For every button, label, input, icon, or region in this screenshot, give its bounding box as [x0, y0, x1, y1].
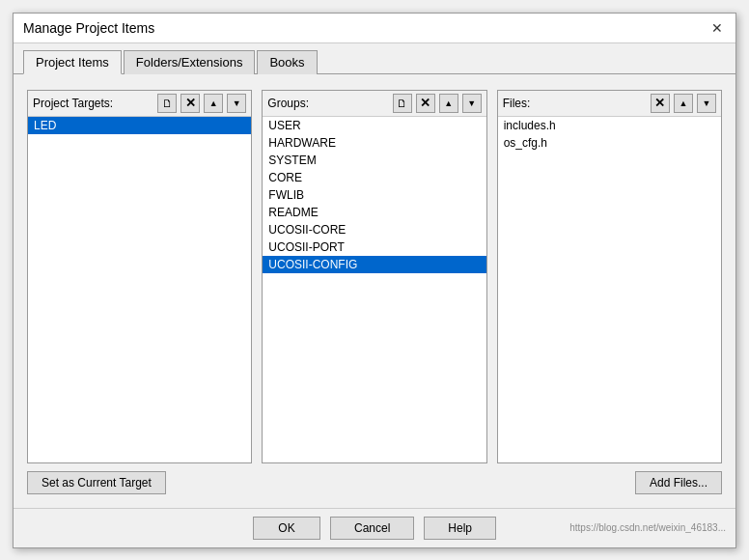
files-up-icon: ▲ [680, 98, 688, 108]
cancel-button[interactable]: Cancel [330, 517, 414, 540]
title-bar: Manage Project Items ✕ [14, 14, 735, 43]
bottom-buttons: Set as Current Target Add Files... [27, 463, 722, 498]
files-down-icon: ▼ [703, 98, 711, 108]
groups-panel: Groups: 🗋 ✕ ▲ ▼ USER HARD [262, 90, 486, 463]
project-targets-header: Project Targets: 🗋 ✕ ▲ ▼ [28, 91, 251, 117]
files-up-button[interactable]: ▲ [674, 94, 693, 113]
targets-delete-button[interactable]: ✕ [180, 94, 200, 113]
files-down-button[interactable]: ▼ [697, 94, 716, 113]
files-panel: Files: ✕ ▲ ▼ includes.h os_cfg.h [497, 90, 722, 463]
list-item[interactable]: CORE [263, 169, 485, 186]
set-current-target-button[interactable]: Set as Current Target [27, 471, 166, 494]
dialog-footer: OK Cancel https://blog.csdn.net/weixin_4… [14, 508, 735, 547]
targets-list: LED [28, 117, 251, 462]
list-item[interactable]: USER [263, 117, 485, 134]
groups-header: Groups: 🗋 ✕ ▲ ▼ [263, 91, 485, 117]
groups-delete-icon: ✕ [420, 96, 430, 110]
tab-project-items[interactable]: Project Items [23, 50, 122, 74]
targets-up-icon: ▲ [209, 98, 218, 108]
dialog-title: Manage Project Items [23, 20, 154, 36]
list-item[interactable]: README [263, 204, 485, 221]
groups-new-button[interactable]: 🗋 [393, 94, 412, 113]
project-targets-title: Project Targets: [33, 97, 153, 110]
groups-up-icon: ▲ [444, 98, 453, 108]
files-header: Files: ✕ ▲ ▼ [498, 91, 721, 117]
list-item[interactable]: includes.h [498, 117, 721, 134]
targets-down-icon: ▼ [233, 98, 241, 108]
list-item[interactable]: UCOSII-CONFIG [263, 256, 485, 273]
groups-list: USER HARDWARE SYSTEM CORE FWLIB README U… [263, 117, 485, 462]
groups-down-button[interactable]: ▼ [462, 94, 482, 113]
list-item[interactable]: UCOSII-CORE [263, 221, 485, 238]
targets-delete-icon: ✕ [185, 96, 196, 110]
targets-up-button[interactable]: ▲ [204, 94, 223, 113]
files-title: Files: [503, 97, 647, 110]
project-targets-panel: Project Targets: 🗋 ✕ ▲ ▼ LED [27, 90, 252, 463]
targets-new-button[interactable]: 🗋 [157, 94, 177, 113]
groups-title: Groups: [267, 97, 388, 110]
tabs-bar: Project Items Folders/Extensions Books [14, 43, 735, 74]
groups-new-icon: 🗋 [397, 98, 407, 109]
list-item[interactable]: os_cfg.h [498, 134, 721, 152]
panels-row: Project Targets: 🗋 ✕ ▲ ▼ LED [27, 90, 722, 463]
ok-button[interactable]: OK [253, 517, 320, 540]
list-item[interactable]: FWLIB [263, 186, 485, 204]
tab-books[interactable]: Books [257, 50, 317, 74]
manage-project-items-dialog: Manage Project Items ✕ Project Items Fol… [13, 13, 736, 548]
list-item[interactable]: HARDWARE [263, 134, 485, 152]
groups-up-button[interactable]: ▲ [439, 94, 458, 113]
list-item[interactable]: UCOSII-PORT [263, 238, 485, 256]
targets-down-button[interactable]: ▼ [227, 94, 246, 113]
dialog-content: Project Targets: 🗋 ✕ ▲ ▼ LED [14, 80, 735, 508]
tab-folders-extensions[interactable]: Folders/Extensions [124, 50, 256, 74]
close-button[interactable]: ✕ [708, 19, 726, 37]
groups-down-icon: ▼ [467, 98, 476, 108]
files-delete-icon: ✕ [654, 96, 665, 110]
add-files-button[interactable]: Add Files... [635, 471, 722, 494]
watermark: https://blog.csdn.net/weixin_46183... [569, 522, 726, 533]
groups-delete-button[interactable]: ✕ [416, 94, 435, 113]
list-item[interactable]: LED [28, 117, 251, 134]
files-delete-button[interactable]: ✕ [651, 94, 670, 113]
list-item[interactable]: SYSTEM [263, 152, 485, 169]
files-list: includes.h os_cfg.h [498, 117, 721, 462]
targets-new-icon: 🗋 [162, 98, 173, 109]
help-button[interactable]: Help [424, 517, 496, 540]
